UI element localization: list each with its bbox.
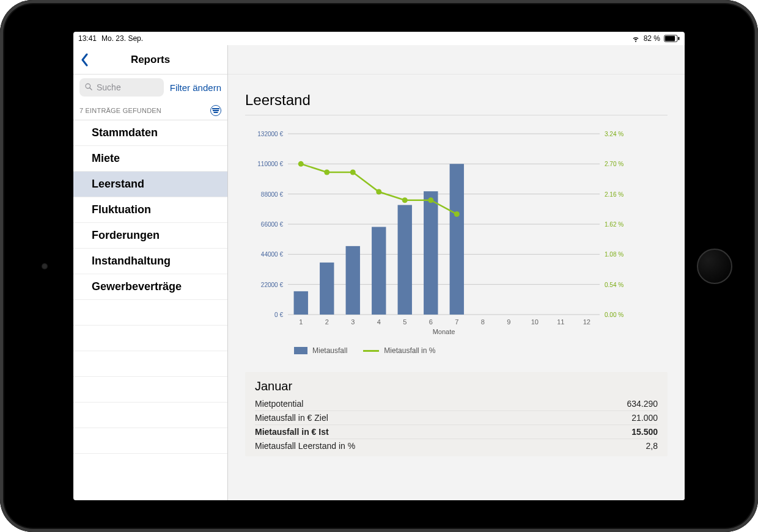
sidebar-blank-row <box>73 428 227 454</box>
svg-rect-44 <box>424 191 438 315</box>
legend-label-bar: Mietausfall <box>312 346 347 355</box>
detail-row-value: 15.500 <box>631 427 658 437</box>
main: Leerstand 0 €0.00 %22000 €0.54 %44000 €1… <box>228 45 685 500</box>
nav-header: Reports <box>73 45 227 75</box>
detail-row-label: Mietausfall in € Ist <box>255 427 329 437</box>
legend-swatch-bar <box>294 347 307 354</box>
detail-row-value: 2,8 <box>646 441 658 451</box>
ipad-frame: 13:41 Mo. 23. Sep. 82 % Re <box>0 0 758 532</box>
sidebar-item-instandhaltung[interactable]: Instandhaltung <box>73 249 227 274</box>
svg-text:88000 €: 88000 € <box>261 191 284 198</box>
svg-rect-43 <box>398 205 412 315</box>
svg-text:10: 10 <box>531 318 539 326</box>
results-count-row: 7 EINTRÄGE GEFUNDEN <box>73 100 227 120</box>
sidebar-blank-row <box>73 403 227 428</box>
detail-row: Mietpotential634.290 <box>255 397 658 411</box>
svg-text:2.70 %: 2.70 % <box>605 161 624 167</box>
svg-line-4 <box>90 87 92 90</box>
svg-rect-2 <box>678 37 679 40</box>
detail-row: Mietausfall in € Ziel21.000 <box>255 411 658 425</box>
status-battery-pct: 82 % <box>644 34 660 43</box>
svg-rect-40 <box>320 263 334 315</box>
sidebar-item-leerstand[interactable]: Leerstand <box>73 172 227 197</box>
svg-text:8: 8 <box>481 318 485 326</box>
svg-text:4: 4 <box>377 318 381 326</box>
search-icon <box>84 82 93 93</box>
svg-rect-39 <box>294 291 308 315</box>
svg-point-48 <box>350 170 356 175</box>
svg-text:0.54 %: 0.54 % <box>605 282 624 288</box>
home-button[interactable] <box>697 249 732 284</box>
svg-text:7: 7 <box>455 318 458 326</box>
screen: 13:41 Mo. 23. Sep. 82 % Re <box>73 32 685 500</box>
svg-text:3.24 %: 3.24 % <box>605 131 624 137</box>
svg-text:110000 €: 110000 € <box>257 161 283 167</box>
sort-icon[interactable] <box>210 105 221 116</box>
legend-label-line: Mietausfall in % <box>384 346 435 355</box>
svg-rect-1 <box>665 36 675 42</box>
legend-mietausfall: Mietausfall <box>294 346 347 355</box>
battery-icon <box>664 35 680 42</box>
status-date: Mo. 23. Sep. <box>101 34 143 43</box>
detail-month: Januar <box>255 379 658 393</box>
sidebar-item-fluktuation[interactable]: Fluktuation <box>73 197 227 223</box>
detail-row-label: Mietausfall in € Ziel <box>255 413 328 423</box>
detail-row-value: 634.290 <box>627 399 658 409</box>
svg-text:1.62 %: 1.62 % <box>605 221 624 228</box>
svg-text:6: 6 <box>429 318 433 326</box>
status-bar: 13:41 Mo. 23. Sep. 82 % <box>73 32 685 45</box>
wifi-icon <box>631 34 640 43</box>
svg-rect-42 <box>372 227 386 315</box>
detail-row: Mietausfall Leerstand in %2,8 <box>255 439 658 453</box>
svg-text:2: 2 <box>325 318 329 326</box>
filter-link[interactable]: Filter ändern <box>170 82 221 93</box>
svg-rect-45 <box>450 164 464 315</box>
svg-text:5: 5 <box>403 318 407 326</box>
back-button[interactable] <box>79 53 89 67</box>
svg-point-50 <box>402 197 408 203</box>
detail-row-label: Mietpotential <box>255 399 303 409</box>
svg-point-51 <box>428 197 433 203</box>
sidebar-blank-row <box>73 377 227 403</box>
detail-card: Januar Mietpotential634.290Mietausfall i… <box>245 372 668 456</box>
sidebar-item-stammdaten[interactable]: Stammdaten <box>73 120 227 146</box>
sidebar-item-miete[interactable]: Miete <box>73 146 227 172</box>
svg-point-49 <box>376 189 381 195</box>
svg-point-47 <box>324 170 329 175</box>
svg-text:132000 €: 132000 € <box>257 131 283 137</box>
detail-row-value: 21.000 <box>631 413 658 423</box>
search-input-wrap[interactable] <box>79 78 164 97</box>
sidebar-menu: StammdatenMieteLeerstandFluktuationForde… <box>73 120 227 500</box>
svg-text:0 €: 0 € <box>274 312 283 318</box>
svg-point-46 <box>298 161 304 167</box>
sidebar-item-gewerbeverträge[interactable]: Gewerbeverträge <box>73 274 227 300</box>
sidebar-item-forderungen[interactable]: Forderungen <box>73 223 227 249</box>
sidebar-blank-row <box>73 326 227 351</box>
chart-legend: Mietausfall Mietausfall in % <box>294 346 668 355</box>
detail-row: Mietausfall in € Ist15.500 <box>255 425 658 439</box>
svg-text:1: 1 <box>299 318 303 326</box>
detail-row-label: Mietausfall Leerstand in % <box>255 441 355 451</box>
svg-text:9: 9 <box>507 318 510 326</box>
svg-text:0.00 %: 0.00 % <box>605 312 624 318</box>
svg-text:2.16 %: 2.16 % <box>605 191 624 198</box>
svg-text:44000 €: 44000 € <box>261 251 284 258</box>
search-input[interactable] <box>97 82 159 92</box>
page-title: Leerstand <box>245 92 668 115</box>
sidebar-blank-row <box>73 300 227 326</box>
svg-point-52 <box>454 211 460 217</box>
svg-text:1.08 %: 1.08 % <box>605 251 624 258</box>
svg-text:12: 12 <box>583 318 591 326</box>
svg-text:3: 3 <box>351 318 355 326</box>
svg-text:Monate: Monate <box>433 328 455 335</box>
sidebar-blank-row <box>73 351 227 377</box>
svg-rect-41 <box>346 246 360 315</box>
status-time: 13:41 <box>78 34 97 43</box>
chart: 0 €0.00 %22000 €0.54 %44000 €1.08 %66000… <box>245 130 668 355</box>
camera-dot <box>42 263 48 269</box>
results-count-label: 7 EINTRÄGE GEFUNDEN <box>79 107 161 114</box>
main-header-gap <box>228 45 685 75</box>
legend-swatch-line <box>363 350 379 352</box>
legend-mietausfall-pct: Mietausfall in % <box>363 346 435 355</box>
svg-text:22000 €: 22000 € <box>261 282 284 288</box>
